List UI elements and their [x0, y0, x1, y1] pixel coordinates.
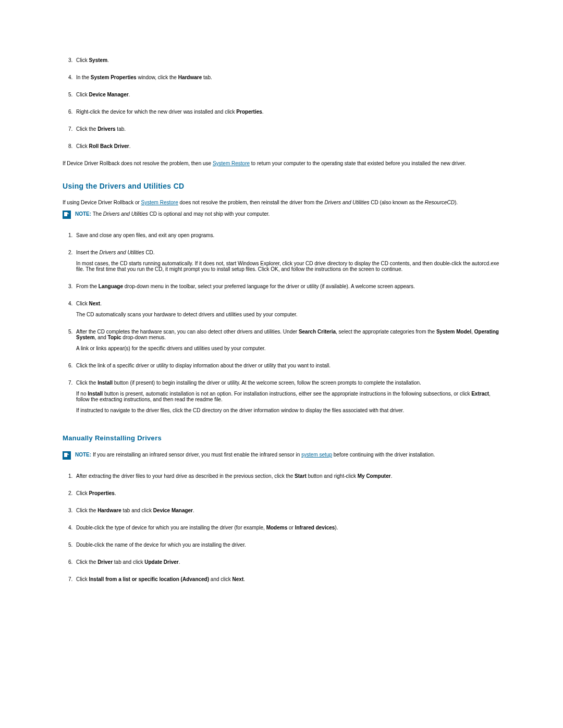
step-text: .	[129, 92, 130, 97]
step-bold: Language	[99, 283, 123, 289]
step-text: Click	[76, 490, 89, 496]
paragraph-text: CD (also known as the	[370, 200, 425, 205]
step-text: Click the link of a specific driver or u…	[76, 363, 331, 368]
system-setup-link[interactable]: system setup	[301, 452, 332, 458]
step-text: button and right-click	[307, 473, 358, 479]
step-text: button (if present) to begin installing …	[113, 380, 421, 386]
step-text: After extracting the driver files to you…	[76, 473, 295, 479]
step-bold: Hardware	[178, 75, 202, 80]
step-bold: Install from a list or specific location…	[89, 576, 209, 582]
note-body: CD is optional and may not ship with you…	[148, 211, 270, 217]
step-text: .	[107, 57, 109, 63]
step-text: In the	[76, 75, 91, 80]
step-item: Insert the Drivers and Utilities CD. In …	[74, 250, 500, 272]
step-bold: System Properties	[91, 75, 137, 80]
step-bold: Device Manager	[153, 508, 193, 513]
step-bold: Roll Back Driver	[89, 143, 129, 149]
note-text: NOTE: If you are reinstalling an infrare…	[75, 451, 435, 458]
note-icon	[63, 211, 71, 219]
step-text: Click	[76, 576, 89, 582]
step-item: Click the Driver tab and click Update Dr…	[74, 559, 500, 565]
step-text: Right-click the device for which the new…	[76, 109, 236, 115]
step-item: Double-click the type of device for whic…	[74, 525, 500, 530]
system-restore-link[interactable]: System Restore	[141, 200, 178, 205]
step-text: .	[262, 109, 264, 115]
step-text: After the CD completes the hardware scan…	[76, 329, 299, 335]
step-text: button is present, automatic installatio…	[103, 391, 471, 397]
step-text: drop-down menu in the toolbar, select yo…	[123, 283, 415, 289]
step-text: and click	[209, 576, 232, 582]
step-sub-paragraph: In most cases, the CD starts running aut…	[76, 261, 500, 272]
step-item: Click Device Manager.	[74, 92, 500, 97]
rollback-tail-paragraph: If Device Driver Rollback does not resol…	[63, 161, 500, 166]
step-bold: Next	[232, 576, 244, 582]
step-text: .	[115, 490, 116, 496]
step-item: Click the link of a specific driver or u…	[74, 363, 500, 368]
step-text: ).	[335, 525, 338, 530]
step-item: Click System.	[74, 57, 500, 63]
step-item: After the CD completes the hardware scan…	[74, 329, 500, 351]
step-text: Insert the	[76, 250, 99, 255]
note-icon	[63, 451, 71, 460]
step-text: Click	[76, 143, 89, 149]
step-text: Double-click the type of device for whic…	[76, 525, 266, 530]
heading-manual-reinstall: Manually Reinstalling Drivers	[63, 434, 500, 442]
step-item: Save and close any open files, and exit …	[74, 232, 500, 238]
step-text: tab and click	[121, 508, 153, 513]
step-text: .	[179, 559, 180, 565]
step-text: .	[391, 473, 393, 479]
step-text: tab.	[202, 75, 212, 80]
step-text: Double-click the name of the device for …	[76, 542, 246, 548]
rollback-steps: Click System. In the System Properties w…	[63, 57, 500, 149]
step-bold: Infrared devices	[295, 525, 335, 530]
step-item: In the System Properties window, click t…	[74, 75, 500, 80]
step-text: .	[100, 301, 102, 306]
step-bold: System	[89, 57, 107, 63]
note-body: The	[91, 211, 103, 217]
step-sub-paragraph: The CD automatically scans your hardware…	[76, 312, 500, 317]
step-text: .	[243, 576, 245, 582]
step-item: Right-click the device for which the new…	[74, 109, 500, 115]
step-item: Click Install from a list or specific lo…	[74, 576, 500, 582]
step-bold: Topic	[108, 335, 121, 340]
step-text: .	[193, 508, 194, 513]
step-text: If no	[76, 391, 88, 397]
step-text: drop-down menus.	[121, 335, 166, 340]
note-label: NOTE:	[75, 211, 91, 217]
step-item: Click Properties.	[74, 490, 500, 496]
step-text: tab.	[116, 126, 126, 132]
paragraph-text: does not resolve the problem, then reins…	[178, 200, 325, 205]
system-restore-link[interactable]: System Restore	[213, 161, 250, 166]
step-text: Save and close any open files, and exit …	[76, 232, 214, 238]
step-bold: Hardware	[97, 508, 121, 513]
step-bold: System Model	[436, 329, 471, 335]
step-bold: Properties	[236, 109, 262, 115]
step-bold: Next	[89, 301, 100, 306]
step-text: Click the	[76, 126, 97, 132]
step-sub-paragraph: If instructed to navigate to the driver …	[76, 408, 500, 413]
step-text: Click the	[76, 559, 97, 565]
paragraph-text: If using Device Driver Rollback or	[63, 200, 141, 205]
note-block: NOTE: If you are reinstalling an infrare…	[63, 451, 500, 460]
step-text: Click the	[76, 380, 97, 386]
note-label: NOTE:	[75, 452, 91, 458]
note-block: NOTE: The Drivers and Utilities CD is op…	[63, 211, 500, 219]
step-bold: Modems	[266, 525, 288, 530]
paragraph-text: ).	[455, 200, 458, 205]
step-text: Click the	[76, 508, 97, 513]
italic-text: Drivers and Utilities	[103, 211, 148, 217]
step-bold: Device Manager	[89, 92, 128, 97]
step-bold: Install	[88, 391, 103, 397]
step-item: Click Roll Back Driver.	[74, 143, 500, 149]
italic-text: Drivers and Utilities	[324, 200, 369, 205]
step-item: Click the Drivers tab.	[74, 126, 500, 132]
step-text: From the	[76, 283, 99, 289]
italic-text: ResourceCD	[425, 200, 455, 205]
step-bold: Drivers	[97, 126, 115, 132]
step-text: Click	[76, 92, 89, 97]
step-bold: Driver	[97, 559, 113, 565]
step-bold: Install	[97, 380, 113, 386]
paragraph-text: to return your computer to the operating…	[250, 161, 466, 166]
step-bold: Properties	[89, 490, 114, 496]
step-item: Click the Hardware tab and click Device …	[74, 508, 500, 513]
